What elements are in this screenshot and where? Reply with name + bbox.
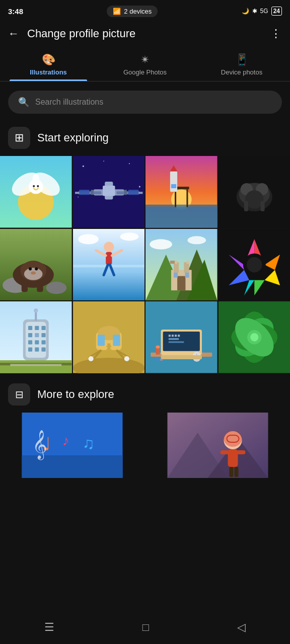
tab-device-photos[interactable]: 📱 Device photos: [193, 47, 290, 81]
svg-rect-93: [41, 333, 45, 337]
preview-music[interactable]: ♩ ♪ ♫ 𝄞: [0, 413, 144, 478]
svg-rect-92: [35, 333, 39, 337]
svg-point-56: [78, 234, 99, 244]
svg-rect-133: [155, 357, 159, 361]
svg-rect-90: [41, 326, 45, 330]
status-bar: 3:48 📶 2 devices 🌙 ✱ 5G 24: [0, 0, 290, 22]
svg-rect-76: [186, 261, 189, 264]
svg-point-132: [156, 346, 160, 349]
search-container: 🔍 Search illustrations: [0, 82, 290, 119]
svg-rect-54: [37, 282, 43, 291]
google-photos-tab-label: Google Photos: [123, 68, 167, 76]
bluetooth-icon: ✱: [252, 8, 257, 15]
svg-rect-116: [106, 346, 111, 347]
illustrations-tab-icon: 🎨: [42, 53, 55, 66]
grid-item-laptop[interactable]: [146, 301, 218, 373]
svg-rect-22: [124, 190, 126, 195]
svg-rect-143: [22, 455, 123, 478]
grid-item-colorwheel[interactable]: [219, 229, 291, 301]
status-devices: 📶 2 devices: [107, 6, 158, 17]
svg-rect-95: [35, 340, 39, 344]
svg-rect-91: [28, 333, 32, 337]
grid-item-animal-dark[interactable]: [219, 156, 291, 228]
grid-item-building[interactable]: [0, 301, 72, 373]
svg-rect-130: [161, 355, 202, 359]
svg-rect-154: [237, 450, 246, 454]
svg-point-12: [78, 196, 79, 197]
grid-item-castle[interactable]: [146, 229, 218, 301]
nav-home-button[interactable]: □: [142, 621, 149, 634]
svg-point-113: [88, 356, 93, 361]
svg-rect-97: [28, 348, 32, 352]
svg-point-114: [124, 356, 129, 361]
signal-icon: 5G: [260, 8, 268, 15]
tabs-container: 🎨 Illustrations ✴ Google Photos 📱 Device…: [0, 47, 290, 82]
tab-illustrations[interactable]: 🎨 Illustrations: [0, 47, 97, 81]
svg-rect-33: [171, 184, 176, 188]
search-input-placeholder[interactable]: Search illustrations: [35, 98, 103, 107]
svg-rect-134: [160, 359, 163, 361]
svg-rect-115: [107, 343, 110, 353]
spacer: [0, 478, 290, 518]
svg-rect-27: [146, 207, 218, 228]
svg-rect-156: [235, 467, 239, 477]
svg-rect-96: [41, 340, 45, 344]
svg-rect-89: [35, 326, 39, 330]
svg-point-4: [29, 180, 43, 194]
svg-rect-124: [175, 335, 177, 337]
device-photos-tab-label: Device photos: [221, 68, 262, 76]
svg-point-52: [31, 271, 36, 274]
svg-rect-88: [28, 326, 32, 330]
tab-google-photos[interactable]: ✴ Google Photos: [97, 47, 193, 81]
svg-rect-72: [174, 262, 179, 272]
svg-text:𝄞: 𝄞: [32, 430, 47, 460]
svg-rect-99: [41, 348, 45, 352]
svg-rect-60: [106, 252, 112, 264]
svg-point-141: [250, 333, 258, 341]
svg-rect-20: [79, 190, 89, 195]
device-count-label: 2 devices: [124, 8, 152, 15]
more-to-explore-icon: ⊟: [8, 383, 30, 406]
svg-point-59: [104, 242, 114, 252]
grid-item-space-station[interactable]: [73, 156, 145, 228]
grid-item-bird[interactable]: [0, 156, 72, 228]
back-button[interactable]: ←: [8, 27, 19, 40]
svg-rect-30: [186, 189, 188, 207]
svg-point-5: [33, 185, 35, 187]
grid-item-bear[interactable]: [0, 229, 72, 301]
svg-rect-17: [103, 186, 115, 196]
grid-item-moon-lander[interactable]: [73, 301, 145, 373]
svg-rect-98: [35, 348, 39, 352]
start-exploring-label: Start exploring: [37, 131, 109, 144]
svg-rect-125: [178, 335, 180, 337]
svg-point-50: [29, 267, 32, 270]
svg-point-82: [246, 257, 262, 272]
svg-rect-40: [244, 201, 248, 211]
search-bar[interactable]: 🔍 Search illustrations: [8, 91, 282, 114]
more-options-button[interactable]: ⋮: [270, 27, 282, 40]
svg-point-10: [103, 160, 104, 162]
grid-item-sunset-pier[interactable]: [146, 156, 218, 228]
grid-item-diver[interactable]: [73, 229, 145, 301]
nav-menu-button[interactable]: ☰: [44, 621, 54, 634]
svg-point-101: [34, 308, 38, 312]
svg-rect-23: [128, 190, 138, 195]
svg-rect-107: [97, 335, 104, 346]
svg-text:♫: ♫: [83, 434, 95, 452]
svg-rect-122: [169, 335, 171, 337]
svg-rect-53: [22, 282, 28, 291]
grid-item-plant[interactable]: [219, 301, 291, 373]
svg-rect-152: [228, 449, 238, 467]
navigation-bar: ☰ □ ◁: [0, 614, 290, 644]
svg-point-70: [187, 236, 206, 244]
page-title: Change profile picture: [27, 27, 135, 40]
nav-back-button[interactable]: ◁: [237, 621, 246, 634]
svg-rect-21: [91, 190, 93, 195]
preview-character[interactable]: [146, 413, 290, 478]
more-to-explore-section: ⊟ More to explore: [0, 373, 290, 413]
svg-rect-31: [170, 172, 177, 192]
svg-rect-79: [185, 272, 189, 277]
google-photos-tab-icon: ✴: [140, 53, 150, 66]
header: ← Change profile picture ⋮: [0, 22, 290, 47]
svg-rect-121: [163, 332, 200, 351]
